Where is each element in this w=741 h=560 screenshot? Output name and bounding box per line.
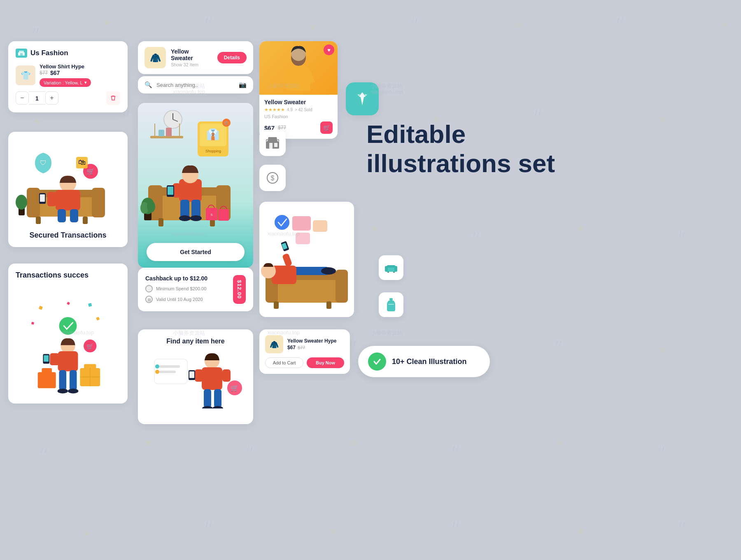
svg-rect-104: [40, 194, 45, 202]
transactions-card: Transactions succes: [8, 264, 128, 404]
svg-point-145: [202, 406, 213, 408]
svg-rect-179: [393, 272, 395, 273]
find-item-card: Find any item here 🛒: [138, 329, 253, 424]
svg-point-133: [58, 389, 68, 394]
qty-value: 1: [29, 91, 45, 105]
fashion-header: Us Fashion: [16, 49, 120, 58]
fashion-title: Us Fashion: [30, 49, 68, 57]
headline-section: Editable illustrations set: [366, 119, 572, 178]
item-thumbnail: 👕: [16, 65, 35, 85]
secured-illustration: 🛒 🛡 🛍: [8, 132, 128, 231]
bottle-icon: [387, 298, 395, 311]
qty-minus-button[interactable]: −: [16, 91, 29, 105]
find-title: Find any item here: [145, 338, 246, 345]
svg-point-150: [155, 364, 159, 369]
variation-badge[interactable]: Variation : Yellow, L ▾: [40, 78, 91, 87]
svg-rect-163: [326, 301, 331, 309]
heart-icon[interactable]: ♥: [324, 44, 334, 55]
couch-illustration-card: [259, 202, 354, 317]
product-detail-card: ♥ Yellow Sweater ★★★★★ 4.9 > 42 Sold US …: [259, 41, 338, 139]
svg-rect-53: [269, 143, 273, 149]
svg-text:🛒: 🛒: [224, 120, 229, 126]
price-old: $77: [40, 70, 48, 76]
add-to-cart-button[interactable]: Add to Cart: [265, 357, 303, 368]
search-card: 🔍 📷: [138, 76, 253, 93]
search-input[interactable]: [156, 82, 235, 88]
rating-value: 4.9: [287, 107, 293, 112]
svg-rect-144: [214, 389, 221, 408]
dollar-icon: $: [266, 172, 279, 184]
svg-point-113: [16, 195, 27, 210]
svg-rect-138: [202, 367, 222, 390]
svg-rect-101: [56, 190, 80, 210]
sweater-bottom-title: Yellow Sweater Hype: [287, 338, 336, 344]
fashion-cart-card: Us Fashion 👕 Yellow Shirt Hype $77 $67 V…: [8, 41, 128, 112]
small-icon-bottle-card[interactable]: [379, 292, 403, 317]
svg-text:🛡: 🛡: [40, 159, 47, 166]
buy-now-button[interactable]: Buy Now: [307, 357, 344, 368]
svg-rect-124: [38, 372, 56, 388]
svg-text:👔: 👔: [206, 128, 220, 141]
sweater-info: Yellow Sweater Show 32 Item: [171, 48, 212, 67]
svg-point-166: [321, 267, 336, 275]
svg-text:🧥: 🧥: [150, 52, 161, 63]
add-to-cart-button[interactable]: 🛒: [320, 121, 333, 134]
main-illustration-card: 👔 Shopping 🛒: [138, 103, 253, 268]
store-icon: [16, 49, 27, 58]
brand-label: US Fashion: [264, 114, 333, 119]
svg-point-51: [361, 97, 364, 99]
svg-rect-142: [222, 369, 231, 382]
sweater-button-row: Add to Cart Buy Now: [265, 357, 344, 368]
svg-rect-130: [44, 355, 49, 362]
star-icons: ★★★★★: [264, 107, 285, 112]
camera-icon[interactable]: 📷: [239, 81, 247, 89]
cart-item: 👕 Yellow Shirt Hype $77 $67 Variation : …: [16, 63, 120, 87]
cashback-amount-badge: $12.00: [233, 275, 246, 304]
svg-rect-64: [158, 130, 164, 136]
svg-rect-139: [195, 369, 203, 382]
details-button[interactable]: Details: [217, 52, 247, 63]
svg-rect-181: [388, 304, 394, 305]
svg-text:🛒: 🛒: [86, 168, 95, 175]
svg-rect-117: [31, 322, 34, 325]
svg-rect-106: [70, 209, 78, 222]
delete-button[interactable]: [106, 91, 120, 105]
dollar-icon-card[interactable]: $: [259, 165, 286, 191]
svg-rect-65: [166, 128, 172, 136]
svg-point-86: [190, 215, 202, 221]
sweater-bottom-thumbnail: 🧥: [265, 335, 283, 353]
svg-point-146: [212, 406, 223, 408]
svg-point-134: [68, 389, 78, 394]
sweater-bottom-price: $67 $77: [287, 345, 336, 350]
sofa-icon: [385, 263, 397, 273]
svg-text:🛍: 🛍: [78, 158, 86, 166]
small-icon-sofa-card[interactable]: [379, 255, 403, 280]
quantity-row: − 1 +: [16, 91, 120, 105]
cashback-min-spend-row: ⓘ Minimum Spend $200.00: [145, 285, 228, 292]
clean-label: 10+ Clean Illustration: [392, 357, 467, 366]
sweater-top-card: 🧥 Yellow Sweater Show 32 Item Details: [138, 41, 253, 74]
svg-rect-127: [58, 351, 78, 371]
get-started-button[interactable]: Get Started: [147, 243, 245, 261]
svg-point-119: [59, 317, 77, 335]
transactions-illustration: 🛒: [16, 285, 120, 404]
svg-text:🧥: 🧥: [270, 340, 279, 349]
svg-rect-115: [88, 303, 92, 307]
checkmark-icon: [373, 357, 382, 366]
store-icon-card[interactable]: [259, 130, 286, 156]
sweater-subtitle: Show 32 Item: [171, 62, 212, 67]
svg-rect-116: [67, 302, 70, 305]
svg-rect-82: [168, 187, 173, 195]
svg-point-154: [275, 215, 289, 230]
qty-plus-button[interactable]: +: [45, 91, 58, 105]
sweater-bottom-info: Yellow Sweater Hype $67 $77: [287, 338, 336, 350]
svg-text:S: S: [210, 213, 212, 217]
svg-point-151: [155, 370, 159, 374]
variation-label: Variation : Yellow, L: [44, 80, 83, 85]
search-icon: 🔍: [144, 81, 152, 89]
svg-rect-76: [158, 218, 163, 226]
svg-rect-167: [272, 266, 296, 284]
svg-rect-118: [96, 317, 100, 321]
headline-line1: Editable illustrations set: [366, 119, 572, 178]
teal-app-icon[interactable]: [346, 82, 379, 115]
